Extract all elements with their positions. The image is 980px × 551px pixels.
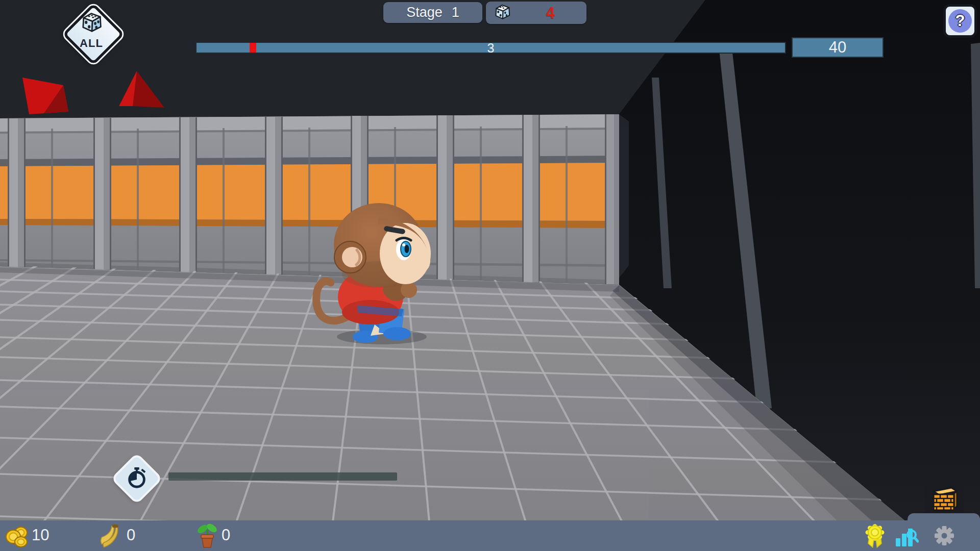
question-circle: ?: [948, 9, 972, 33]
medal-icon: [862, 522, 888, 549]
coin-icon: [5, 524, 30, 548]
plant-count: 0: [222, 526, 230, 544]
progress-current: 3: [197, 41, 785, 56]
dice-mode-badge[interactable]: ALL: [63, 3, 119, 60]
dice-icon: [492, 3, 512, 23]
settings-button[interactable]: [932, 523, 958, 549]
stage-label: Stage: [406, 5, 443, 20]
help-button[interactable]: ?: [943, 4, 977, 38]
progress-total: 40: [829, 38, 846, 57]
progress-total-box: 40: [792, 37, 884, 58]
coin-count: 10: [32, 526, 49, 544]
sprout-icon: [195, 523, 219, 549]
bottom-bar: [0, 520, 980, 551]
banana-count: 0: [127, 526, 135, 544]
timer-badge: [112, 454, 161, 503]
brick-wall-icon: [929, 484, 960, 514]
banana-icon: [98, 523, 124, 549]
dice-icon: [78, 10, 105, 37]
stats-button[interactable]: [893, 524, 919, 550]
dice-counter-panel: 4: [486, 2, 586, 24]
level-progress-bar: 3: [195, 42, 786, 54]
timer-progress-bar: [168, 472, 397, 481]
settings-gear-icon: [932, 523, 957, 548]
stopwatch-icon: [125, 466, 149, 490]
question-mark-icon: ?: [955, 12, 965, 30]
stats-icon: [893, 524, 919, 549]
stage-value: 1: [452, 5, 459, 20]
stage-panel: Stage 1: [383, 2, 482, 23]
achievements-button[interactable]: [862, 522, 888, 549]
build-brick-button[interactable]: [925, 480, 964, 518]
dice-count-value: 4: [535, 4, 566, 22]
dice-mode-label: ALL: [63, 37, 119, 50]
